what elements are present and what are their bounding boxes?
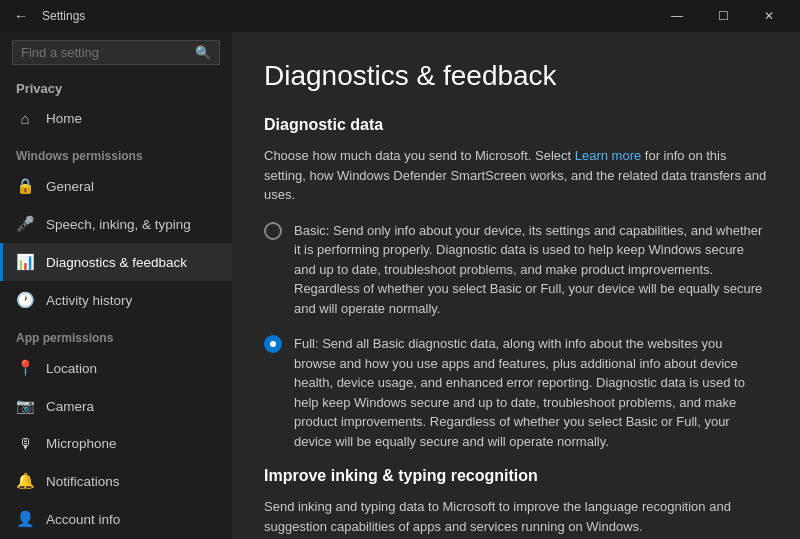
titlebar-title: Settings (42, 9, 85, 23)
sidebar-item-account-label: Account info (46, 512, 120, 527)
minimize-button[interactable]: — (654, 0, 700, 32)
back-button[interactable]: ← (8, 4, 34, 28)
inking-section-title: Improve inking & typing recognition (264, 467, 768, 485)
sidebar-item-general-label: General (46, 179, 94, 194)
microphone-icon: 🎙 (16, 435, 34, 452)
inking-description: Send inking and typing data to Microsoft… (264, 497, 768, 536)
radio-basic[interactable]: Basic: Send only info about your device,… (264, 221, 768, 319)
app-permissions-label: App permissions (0, 319, 232, 349)
diagnostic-desc-before-link: Choose how much data you send to Microso… (264, 148, 575, 163)
diagnostic-section-title: Diagnostic data (264, 116, 768, 134)
sidebar-item-location[interactable]: 📍 Location (0, 349, 232, 387)
sidebar-item-diagnostics-label: Diagnostics & feedback (46, 255, 187, 270)
diagnostic-description: Choose how much data you send to Microso… (264, 146, 768, 205)
home-icon: ⌂ (16, 110, 34, 127)
sidebar-item-activity[interactable]: 🕐 Activity history (0, 281, 232, 319)
maximize-button[interactable]: ☐ (700, 0, 746, 32)
titlebar-controls: — ☐ ✕ (654, 0, 792, 32)
sidebar: 🔍 Privacy ⌂ Home Windows permissions 🔒 G… (0, 32, 232, 539)
notifications-icon: 🔔 (16, 472, 34, 490)
sidebar-item-speech[interactable]: 🎤 Speech, inking, & typing (0, 205, 232, 243)
sidebar-item-diagnostics[interactable]: 📊 Diagnostics & feedback (0, 243, 232, 281)
sidebar-item-notifications-label: Notifications (46, 474, 120, 489)
close-button[interactable]: ✕ (746, 0, 792, 32)
account-icon: 👤 (16, 510, 34, 528)
location-icon: 📍 (16, 359, 34, 377)
learn-more-link[interactable]: Learn more (575, 148, 641, 163)
sidebar-item-home-label: Home (46, 111, 82, 126)
titlebar: ← Settings — ☐ ✕ (0, 0, 800, 32)
sidebar-item-camera[interactable]: 📷 Camera (0, 387, 232, 425)
sidebar-item-home[interactable]: ⌂ Home (0, 100, 232, 137)
camera-icon: 📷 (16, 397, 34, 415)
search-icon: 🔍 (195, 45, 211, 60)
content-area: Diagnostics & feedback Diagnostic data C… (232, 32, 800, 539)
search-input[interactable] (21, 45, 189, 60)
page-title: Diagnostics & feedback (264, 60, 768, 92)
sidebar-item-microphone-label: Microphone (46, 436, 117, 451)
diagnostics-icon: 📊 (16, 253, 34, 271)
inking-section: Improve inking & typing recognition Send… (264, 467, 768, 539)
radio-full[interactable]: Full: Send all Basic diagnostic data, al… (264, 334, 768, 451)
app-body: 🔍 Privacy ⌂ Home Windows permissions 🔒 G… (0, 32, 800, 539)
radio-basic-text: Basic: Send only info about your device,… (294, 221, 768, 319)
sidebar-item-account[interactable]: 👤 Account info (0, 500, 232, 538)
radio-basic-circle[interactable] (264, 222, 282, 240)
titlebar-left: ← Settings (8, 4, 85, 28)
sidebar-item-location-label: Location (46, 361, 97, 376)
windows-permissions-label: Windows permissions (0, 137, 232, 167)
activity-icon: 🕐 (16, 291, 34, 309)
sidebar-item-general[interactable]: 🔒 General (0, 167, 232, 205)
sidebar-item-notifications[interactable]: 🔔 Notifications (0, 462, 232, 500)
sidebar-item-microphone[interactable]: 🎙 Microphone (0, 425, 232, 462)
sidebar-item-speech-label: Speech, inking, & typing (46, 217, 191, 232)
radio-full-text: Full: Send all Basic diagnostic data, al… (294, 334, 768, 451)
speech-icon: 🎤 (16, 215, 34, 233)
sidebar-item-activity-label: Activity history (46, 293, 132, 308)
search-box[interactable]: 🔍 (12, 40, 220, 65)
radio-full-circle[interactable] (264, 335, 282, 353)
sidebar-item-camera-label: Camera (46, 399, 94, 414)
lock-icon: 🔒 (16, 177, 34, 195)
privacy-label: Privacy (0, 73, 232, 100)
